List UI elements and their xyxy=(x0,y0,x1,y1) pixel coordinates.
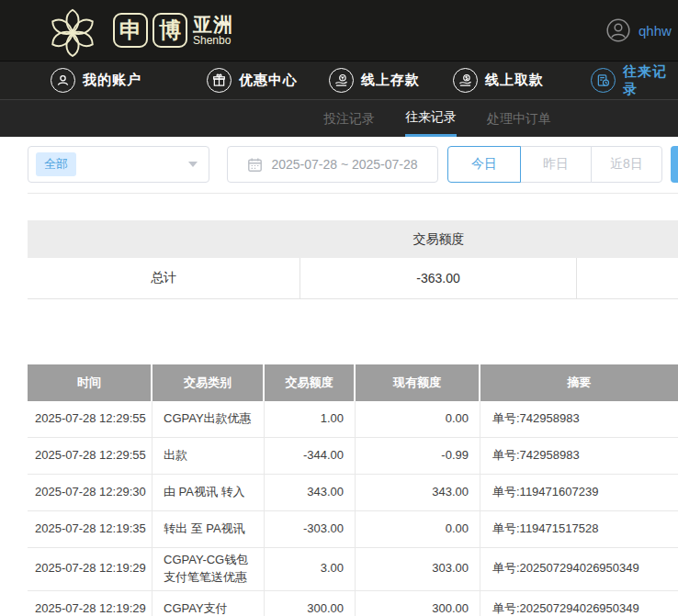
main-navigation: 我的账户 优惠中心 线上存款 xyxy=(0,61,678,100)
nav-item-promotions[interactable]: 优惠中心 xyxy=(207,62,298,99)
summary-header-amount: 交易额度 xyxy=(300,231,577,248)
col-header-amount: 交易额度 xyxy=(265,364,356,401)
summary-total-value: -363.00 xyxy=(300,258,577,298)
tab-betting-records[interactable]: 投注记录 xyxy=(323,100,375,137)
transaction-records-page: 申 博 亚洲 Shenbo qhhw 我的账户 xyxy=(0,0,678,616)
table-row: 2025-07-28 12:29:30 由 PA视讯 转入 343.00 343… xyxy=(28,475,678,511)
table-row: 2025-07-28 12:29:55 出款 -344.00 -0.99 单号:… xyxy=(28,438,678,475)
brand-char-shen: 申 xyxy=(113,13,148,48)
user-account-area[interactable]: qhhw xyxy=(606,18,672,42)
tab-transaction-records[interactable]: 往来记录 xyxy=(405,100,457,137)
records-icon xyxy=(591,68,616,93)
table-row: 2025-07-28 12:19:35 转出 至 PA视讯 -303.00 0.… xyxy=(28,511,678,548)
record-tabs: 投注记录 往来记录 处理中订单 xyxy=(0,100,678,137)
brand-logo[interactable]: 申 博 亚洲 Shenbo xyxy=(46,4,233,57)
cell-amount: -344.00 xyxy=(265,438,356,474)
cell-time: 2025-07-28 12:29:30 xyxy=(28,475,153,510)
cell-memo: 单号:202507294026950349 xyxy=(480,591,678,616)
nav-item-deposit[interactable]: 线上存款 xyxy=(329,62,420,99)
table-row: 2025-07-28 12:19:29 CGPAY-CG钱包支付笔笔送优惠 3.… xyxy=(28,548,678,591)
brand-region-label: 亚洲 xyxy=(193,15,233,35)
username-text[interactable]: qhhw xyxy=(638,23,672,39)
cell-balance: -0.99 xyxy=(356,438,480,474)
today-button[interactable]: 今日 xyxy=(447,146,521,183)
summary-total-row: 总计 -363.00 xyxy=(28,258,678,299)
withdraw-icon xyxy=(453,68,478,93)
summary-table: 交易额度 总计 -363.00 xyxy=(28,220,678,299)
cell-type: CGPAY出款优惠 xyxy=(153,401,265,437)
cell-amount: -303.00 xyxy=(265,511,356,547)
tab-pending-orders[interactable]: 处理中订单 xyxy=(487,100,551,137)
summary-total-empty xyxy=(577,258,678,298)
cell-memo: 单号:742958983 xyxy=(480,438,678,474)
last-8-days-button[interactable]: 近8日 xyxy=(591,146,662,183)
cell-type: 由 PA视讯 转入 xyxy=(153,475,265,510)
cell-memo: 单号:742958983 xyxy=(480,401,678,437)
cell-memo: 单号:119471517528 xyxy=(480,511,678,547)
cell-amount: 1.00 xyxy=(265,401,356,437)
cell-time: 2025-07-28 12:29:55 xyxy=(28,401,153,437)
cell-balance: 303.00 xyxy=(356,548,480,590)
transactions-table: 时间 交易类别 交易额度 现有额度 摘要 2025-07-28 12:29:55… xyxy=(28,364,678,616)
cell-time: 2025-07-28 12:19:35 xyxy=(28,511,153,547)
gift-icon xyxy=(207,68,232,93)
col-header-balance: 现有额度 xyxy=(356,364,480,401)
user-avatar-icon xyxy=(606,18,630,42)
account-icon xyxy=(51,68,75,93)
chevron-down-icon xyxy=(188,162,198,167)
filter-bar: 全部 2025-07-28 ~ 2025-07-28 今日 昨日 近8日 xyxy=(0,137,678,193)
search-button-partial[interactable] xyxy=(671,146,678,183)
col-header-memo: 摘要 xyxy=(480,364,678,401)
summary-total-label: 总计 xyxy=(28,258,300,298)
col-header-type: 交易类别 xyxy=(153,364,265,401)
summary-header-row: 交易额度 xyxy=(28,220,678,258)
calendar-icon xyxy=(247,157,263,173)
flower-logo-icon xyxy=(46,4,99,57)
top-header: 申 博 亚洲 Shenbo qhhw xyxy=(0,0,678,61)
cell-time: 2025-07-28 12:19:29 xyxy=(28,591,153,616)
cell-type: CGPAY-CG钱包支付笔笔送优惠 xyxy=(153,548,265,590)
cell-amount: 300.00 xyxy=(265,591,356,616)
cell-balance: 300.00 xyxy=(356,591,480,616)
cell-balance: 0.00 xyxy=(356,401,480,437)
table-row: 2025-07-28 12:19:29 CGPAY支付 300.00 300.0… xyxy=(28,591,678,616)
brand-char-bo: 博 xyxy=(153,13,187,48)
cell-amount: 343.00 xyxy=(265,475,356,510)
cell-time: 2025-07-28 12:29:55 xyxy=(28,438,153,474)
table-row: 2025-07-28 12:29:55 CGPAY出款优惠 1.00 0.00 … xyxy=(28,401,678,438)
col-header-time: 时间 xyxy=(28,364,153,401)
date-range-value: 2025-07-28 ~ 2025-07-28 xyxy=(271,157,417,172)
transactions-header-row: 时间 交易类别 交易额度 现有额度 摘要 xyxy=(28,364,678,401)
cell-balance: 0.00 xyxy=(356,511,480,547)
nav-item-my-account[interactable]: 我的账户 xyxy=(51,62,141,99)
cell-amount: 3.00 xyxy=(265,548,356,590)
brand-en-label: Shenbo xyxy=(193,35,233,47)
category-selected-tag[interactable]: 全部 xyxy=(36,152,76,176)
cell-memo: 单号:202507294026950349 xyxy=(480,548,678,590)
cell-type: 转出 至 PA视讯 xyxy=(153,511,265,547)
date-range-picker[interactable]: 2025-07-28 ~ 2025-07-28 xyxy=(227,146,438,183)
section-divider xyxy=(28,193,678,194)
cell-time: 2025-07-28 12:19:29 xyxy=(28,548,153,590)
cell-type: CGPAY支付 xyxy=(153,591,265,616)
nav-item-transaction-records[interactable]: 往来记录 xyxy=(591,62,678,99)
nav-item-withdraw[interactable]: 线上取款 xyxy=(453,62,544,99)
yesterday-button[interactable]: 昨日 xyxy=(520,146,592,183)
category-select[interactable]: 全部 xyxy=(28,146,209,183)
deposit-icon xyxy=(329,68,354,93)
cell-balance: 343.00 xyxy=(356,475,480,510)
cell-type: 出款 xyxy=(153,438,265,474)
quick-date-buttons: 今日 昨日 近8日 xyxy=(447,146,662,183)
cell-memo: 单号:119471607239 xyxy=(480,475,678,510)
